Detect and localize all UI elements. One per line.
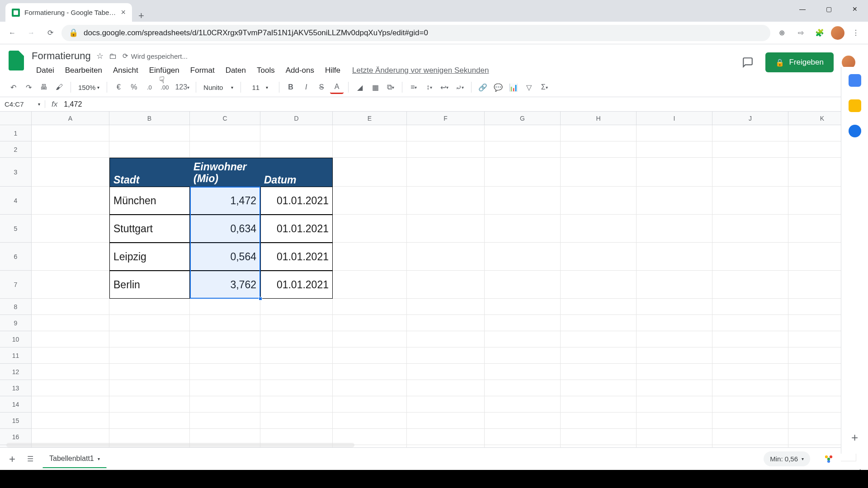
chevron-down-icon[interactable]: ▾ bbox=[98, 456, 100, 461]
format-currency-button[interactable]: € bbox=[112, 80, 125, 94]
col-header[interactable]: C bbox=[190, 112, 260, 125]
row-header[interactable]: 7 bbox=[0, 271, 32, 299]
table-cell[interactable]: 3,762 bbox=[190, 271, 260, 299]
filter-button[interactable]: ▽ bbox=[522, 80, 536, 94]
row-header[interactable]: 13 bbox=[0, 380, 32, 396]
all-sheets-button[interactable]: ☰ bbox=[24, 452, 36, 466]
forward-button[interactable]: → bbox=[24, 25, 39, 41]
font-size-select[interactable]: 11▾ bbox=[245, 84, 274, 91]
decrease-decimal-button[interactable]: .0 bbox=[142, 80, 156, 94]
last-edit-link[interactable]: Letzte Änderung vor wenigen Sekunden bbox=[352, 66, 489, 75]
text-color-button[interactable]: A bbox=[330, 80, 344, 94]
add-addon-icon[interactable]: + bbox=[851, 431, 858, 445]
col-header[interactable]: H bbox=[561, 112, 637, 125]
table-cell[interactable]: Leipzig bbox=[109, 243, 190, 271]
sheets-logo[interactable] bbox=[5, 49, 28, 72]
back-button[interactable]: ← bbox=[5, 25, 20, 41]
select-all-corner[interactable] bbox=[0, 112, 32, 125]
row-header[interactable]: 10 bbox=[0, 331, 32, 347]
wrap-text-button[interactable]: ↩▾ bbox=[438, 80, 451, 94]
table-cell[interactable]: 01.01.2021 bbox=[260, 243, 333, 271]
menu-addons[interactable]: Add-ons bbox=[281, 64, 319, 77]
comment-history-icon[interactable] bbox=[738, 53, 757, 72]
menu-file[interactable]: Datei bbox=[32, 64, 59, 77]
undo-button[interactable]: ↶ bbox=[6, 80, 20, 94]
row-header[interactable]: 2 bbox=[0, 141, 32, 158]
maximize-button[interactable]: ▢ bbox=[816, 0, 842, 18]
more-formats-button[interactable]: 123▾ bbox=[173, 80, 191, 94]
row-header[interactable]: 4 bbox=[0, 187, 32, 215]
menu-tools[interactable]: Tools bbox=[252, 64, 279, 77]
profile-avatar[interactable] bbox=[831, 26, 844, 40]
doc-title[interactable]: Formatierung bbox=[32, 50, 91, 62]
row-header[interactable]: 11 bbox=[0, 347, 32, 364]
row-header[interactable]: 14 bbox=[0, 396, 32, 413]
h-scrollbar[interactable] bbox=[6, 443, 354, 447]
table-cell[interactable]: 0,564 bbox=[190, 243, 260, 271]
italic-button[interactable]: I bbox=[299, 80, 313, 94]
row-header[interactable]: 8 bbox=[0, 299, 32, 315]
reload-button[interactable]: ⟳ bbox=[42, 25, 58, 41]
col-header[interactable]: D bbox=[260, 112, 333, 125]
share-button[interactable]: 🔒 Freigeben bbox=[765, 52, 834, 72]
table-cell[interactable]: 01.01.2021 bbox=[260, 215, 333, 243]
menu-insert[interactable]: Einfügen bbox=[145, 64, 184, 77]
table-cell[interactable]: 01.01.2021 bbox=[260, 187, 333, 215]
insert-comment-button[interactable]: 💬 bbox=[491, 80, 505, 94]
calendar-icon[interactable] bbox=[849, 74, 861, 87]
strikethrough-button[interactable]: S bbox=[315, 80, 328, 94]
col-header[interactable]: I bbox=[637, 112, 712, 125]
col-header[interactable]: E bbox=[333, 112, 407, 125]
fill-color-button[interactable]: ◢ bbox=[353, 80, 367, 94]
menu-format[interactable]: Format bbox=[186, 64, 219, 77]
browser-tab[interactable]: Formatierung - Google Tabellen × bbox=[5, 3, 132, 22]
move-to-folder-icon[interactable]: 🗀 bbox=[109, 52, 117, 61]
explore-icon[interactable] bbox=[823, 453, 835, 465]
redo-button[interactable]: ↷ bbox=[22, 80, 35, 94]
increase-decimal-button[interactable]: .00 bbox=[158, 80, 171, 94]
row-header[interactable]: 9 bbox=[0, 315, 32, 331]
col-header[interactable]: A bbox=[32, 112, 109, 125]
rotate-text-button[interactable]: ⤾▾ bbox=[453, 80, 467, 94]
merge-cells-button[interactable]: ⧉▾ bbox=[384, 80, 397, 94]
font-select[interactable]: Nunito▾ bbox=[201, 84, 236, 91]
row-header[interactable]: 6 bbox=[0, 243, 32, 271]
insert-link-button[interactable]: 🔗 bbox=[476, 80, 490, 94]
tasks-icon[interactable] bbox=[849, 125, 861, 137]
table-cell[interactable]: Berlin bbox=[109, 271, 190, 299]
functions-button[interactable]: Σ▾ bbox=[538, 80, 551, 94]
format-percent-button[interactable]: % bbox=[127, 80, 141, 94]
browser-menu-icon[interactable]: ⋮ bbox=[848, 25, 863, 41]
bold-button[interactable]: B bbox=[284, 80, 297, 94]
table-header-pop[interactable]: Einwohner (Mio) bbox=[190, 158, 260, 187]
table-cell[interactable]: 01.01.2021 bbox=[260, 271, 333, 299]
share-page-icon[interactable]: ⇨ bbox=[793, 25, 808, 41]
menu-data[interactable]: Daten bbox=[221, 64, 250, 77]
col-header[interactable]: B bbox=[109, 112, 190, 125]
add-sheet-button[interactable]: + bbox=[6, 450, 18, 468]
row-header[interactable]: 15 bbox=[0, 413, 32, 429]
borders-button[interactable]: ▦ bbox=[368, 80, 382, 94]
row-header[interactable]: 5 bbox=[0, 215, 32, 243]
table-header-city[interactable]: Stadt bbox=[109, 158, 190, 187]
extensions-icon[interactable]: 🧩 bbox=[812, 25, 827, 41]
minimize-button[interactable]: — bbox=[789, 0, 816, 18]
menu-help[interactable]: Hilfe bbox=[321, 64, 345, 77]
new-tab-button[interactable]: + bbox=[132, 10, 151, 22]
spreadsheet-grid[interactable]: A B C D E F G H I J K bbox=[0, 112, 868, 125]
sheet-tab[interactable]: Tabellenblatt1 ▾ bbox=[42, 450, 107, 468]
table-cell[interactable]: Stuttgart bbox=[109, 215, 190, 243]
table-cell[interactable]: 1,472 bbox=[190, 187, 260, 215]
v-align-button[interactable]: ↕▾ bbox=[422, 80, 436, 94]
row-header[interactable]: 12 bbox=[0, 364, 32, 380]
print-button[interactable]: 🖶 bbox=[37, 80, 51, 94]
insert-chart-button[interactable]: 📊 bbox=[507, 80, 520, 94]
close-window-button[interactable]: ✕ bbox=[842, 0, 868, 18]
keep-icon[interactable] bbox=[849, 99, 861, 112]
table-cell[interactable]: 0,634 bbox=[190, 215, 260, 243]
name-box[interactable]: C4:C7 ▾ bbox=[0, 100, 45, 108]
menu-view[interactable]: Ansicht bbox=[108, 64, 143, 77]
col-header[interactable]: J bbox=[712, 112, 788, 125]
row-header[interactable]: 1 bbox=[0, 125, 32, 141]
explore-summary[interactable]: Min: 0,56 ▾ bbox=[764, 451, 810, 466]
